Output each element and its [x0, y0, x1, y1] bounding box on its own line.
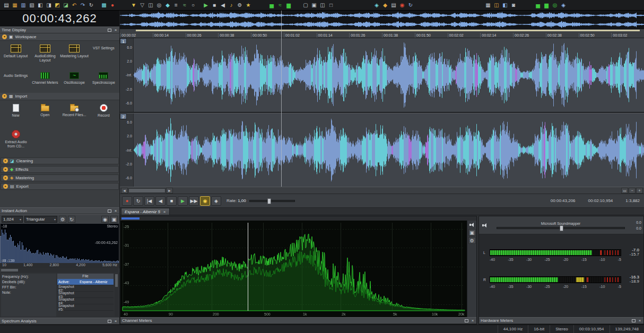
play-all-button[interactable]: ▶▶ — [189, 196, 199, 206]
fft-size-select[interactable]: 1,024 ▾ — [2, 216, 23, 223]
workspace-mastering-layout[interactable]: Mastering Layout — [60, 42, 89, 69]
magnify-tool-icon[interactable]: ◎ — [155, 1, 163, 10]
monitor-button[interactable]: ◈ — [211, 196, 221, 206]
speaker-icon[interactable] — [481, 222, 489, 229]
envelope-tool-icon[interactable]: ◆ — [163, 1, 172, 10]
workspace-vst-settings[interactable]: VST Settings — [89, 42, 118, 69]
waveform-channel-1[interactable] — [134, 38, 644, 112]
zoom-in-button[interactable]: + — [636, 188, 643, 194]
zoom-selection-button[interactable]: ▭ — [621, 188, 628, 194]
spectrum-window-icon[interactable]: ▆ — [542, 1, 551, 10]
meters-view-icon[interactable]: ▅ — [267, 1, 276, 10]
play-button[interactable]: ▶ — [178, 196, 188, 206]
section-mastering[interactable]: ▸◈Mastering — [1, 174, 119, 181]
close-icon[interactable]: × — [114, 28, 118, 32]
overview-strip[interactable] — [120, 11, 644, 29]
mix-paste-icon[interactable]: ▩ — [100, 1, 108, 10]
rewind-toolbar-icon[interactable]: ◀ — [219, 1, 227, 10]
dock-icon[interactable] — [632, 319, 636, 322]
scrub-button[interactable]: ◉ — [200, 196, 210, 206]
close-icon[interactable]: × — [114, 319, 118, 323]
copy-icon[interactable]: ◨ — [45, 1, 53, 10]
redo-icon[interactable]: ↷ — [79, 1, 87, 10]
normalize-icon[interactable]: ○ — [189, 1, 197, 10]
file-tab[interactable]: Espana - Albeniz 5 × — [121, 208, 170, 215]
trim-icon[interactable]: ◪ — [62, 1, 70, 10]
open-file-icon[interactable]: ▦ — [11, 1, 19, 10]
import-recent-files[interactable]: Recent Files... — [60, 101, 89, 125]
cut-icon[interactable]: ◧ — [36, 1, 45, 10]
import-record[interactable]: Record — [89, 101, 118, 125]
workspace-default-layout[interactable]: Default Layout — [1, 42, 30, 69]
hold-icon[interactable]: ▣ — [110, 216, 118, 223]
new-file-icon[interactable]: ▤ — [2, 1, 11, 10]
snapshot-icon[interactable]: ◉ — [101, 216, 109, 223]
settings-gear-icon[interactable]: ⚙ — [59, 216, 66, 223]
phase-window-icon[interactable]: ◎ — [551, 1, 559, 10]
auto-ripple-icon[interactable]: ◫ — [492, 1, 501, 10]
import-new[interactable]: New — [1, 101, 30, 125]
stop-toolbar-icon[interactable]: ■ — [210, 1, 219, 10]
stop-button[interactable]: ■ — [167, 196, 177, 206]
close-icon[interactable]: × — [471, 318, 475, 323]
loop-region-bar[interactable] — [136, 30, 640, 31]
script-icon[interactable]: ▤ — [389, 1, 398, 10]
dock-icon[interactable] — [108, 320, 111, 323]
dock-icon[interactable] — [108, 29, 111, 32]
undo-icon[interactable]: ↶ — [70, 1, 79, 10]
plugin-chain-icon[interactable]: ⚙ — [236, 1, 244, 10]
effects-icon[interactable]: ◆ — [381, 1, 389, 10]
overview-waveform-right[interactable] — [120, 20, 644, 29]
file-properties-icon[interactable]: ▧ — [28, 1, 36, 10]
window-type-select[interactable]: Triangular ▾ — [24, 216, 57, 223]
tile-windows-icon[interactable]: ▢ — [301, 1, 310, 10]
settings-gear-icon[interactable]: ⚙ — [468, 237, 476, 244]
selection-tool-icon[interactable]: ◫ — [146, 1, 155, 10]
record-toolbar-icon[interactable]: ● — [108, 1, 117, 10]
waveform-channel-2[interactable] — [134, 113, 644, 187]
close-icon[interactable]: × — [163, 209, 166, 214]
output-gain-slider[interactable] — [497, 227, 625, 229]
spectrum-display[interactable]: Stereo -00:00:43,262 -18 dB -130 — [1, 224, 119, 263]
dock-icon[interactable] — [465, 319, 468, 322]
workspace-oscilloscope[interactable]: Oscilloscope — [60, 69, 89, 92]
channel-1-tab[interactable]: 1 — [120, 38, 127, 44]
workspace-section-header[interactable]: ▾ ▣ Workspace — [0, 33, 119, 41]
preset-icon[interactable]: ★ — [244, 1, 253, 10]
rate-slider[interactable] — [249, 200, 295, 202]
midi-note-icon[interactable]: ♪ — [227, 1, 236, 10]
region-icon[interactable]: ▽ — [138, 1, 146, 10]
soundmapper-icon[interactable]: ◈ — [559, 1, 568, 10]
play-toolbar-icon[interactable]: ▶ — [202, 1, 210, 10]
time-ruler[interactable]: 00:00:0200:00:1400:00:2600:00:3800:00:50… — [120, 29, 644, 38]
workspace-audioediting-layout[interactable]: AudioEditing Layout — [30, 42, 59, 69]
crossfade-icon[interactable]: ◧ — [501, 1, 509, 10]
waveform-icon[interactable]: ≈ — [180, 1, 189, 10]
workspace-channel-meters[interactable]: Channel Meters — [30, 69, 59, 92]
import-open[interactable]: Open — [30, 101, 59, 125]
refresh-icon[interactable]: ↻ — [68, 216, 75, 223]
spectro-view-icon[interactable]: ▆ — [284, 1, 293, 10]
scope-view-icon[interactable]: ≈ — [276, 1, 284, 10]
section-effects[interactable]: ▸◆Effects — [1, 166, 119, 173]
import-section-header[interactable]: ▾ ▦ Import — [0, 93, 119, 100]
snap-grid-icon[interactable]: ▦ — [484, 1, 492, 10]
playhead-cursor[interactable] — [281, 11, 282, 187]
lock-icon[interactable]: ◙ — [509, 1, 518, 10]
table-scrollbar[interactable] — [115, 274, 118, 317]
close-icon[interactable]: × — [638, 318, 642, 323]
workspace-audio-settings[interactable]: Audio Settings — [1, 69, 30, 92]
loop-playback-button[interactable]: ↻ — [133, 196, 143, 206]
section-export[interactable]: ▸▤Export — [1, 183, 119, 190]
dock-windows-icon[interactable]: ◫ — [318, 1, 327, 10]
statistics-icon[interactable]: ≡ — [172, 1, 180, 10]
snapshot-row[interactable]: Snapshot #5: — [57, 304, 114, 311]
close-icon[interactable]: × — [114, 208, 118, 213]
sync-icon[interactable]: ↻ — [406, 1, 415, 10]
speaker-icon[interactable] — [468, 222, 476, 228]
previous-button[interactable]: ◀ — [155, 196, 166, 206]
cascade-windows-icon[interactable]: ▣ — [310, 1, 318, 10]
monitor-record-icon[interactable]: ◉ — [398, 1, 406, 10]
record-button[interactable]: ● — [122, 196, 132, 206]
scroll-thumb[interactable] — [128, 188, 166, 193]
